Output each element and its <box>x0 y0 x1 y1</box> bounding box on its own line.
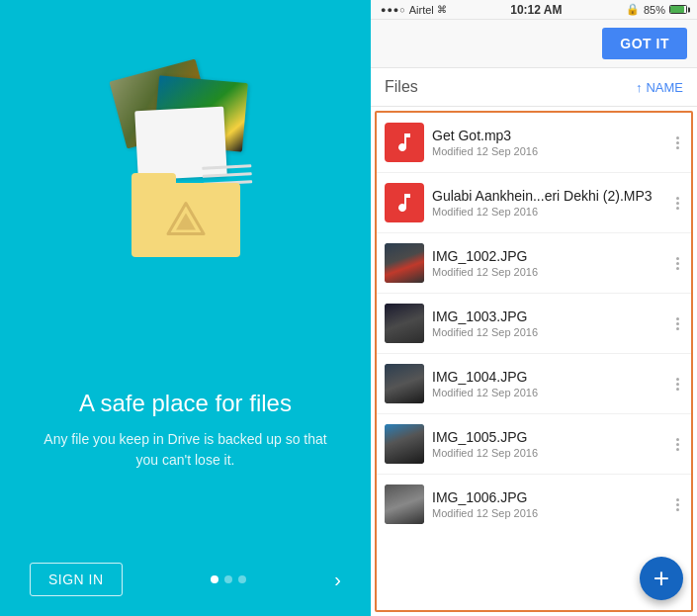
file-meta: Modified 12 Sep 2016 <box>432 507 664 519</box>
folder <box>131 183 240 257</box>
thumbnail-image <box>385 364 424 403</box>
list-item[interactable]: IMG_1003.JPG Modified 12 Sep 2016 <box>377 294 691 354</box>
signal-bars: ●●●○ <box>381 5 406 15</box>
thumbnail-image <box>385 424 424 464</box>
more-dot <box>676 207 679 210</box>
list-item[interactable]: Gulabi Aankhein...eri Dekhi (2).MP3 Modi… <box>377 173 691 233</box>
file-name: IMG_1005.JPG <box>432 429 664 445</box>
sort-button[interactable]: ↑ NAME <box>636 80 683 95</box>
file-info: Gulabi Aankhein...eri Dekhi (2).MP3 Modi… <box>424 188 672 218</box>
file-name: IMG_1006.JPG <box>432 489 664 505</box>
file-meta: Modified 12 Sep 2016 <box>432 206 664 218</box>
audio-icon <box>392 131 416 154</box>
file-thumbnail <box>385 123 424 162</box>
file-thumbnail <box>385 424 424 464</box>
more-dot <box>676 508 679 511</box>
file-thumbnail <box>385 484 424 524</box>
more-options-button[interactable] <box>672 136 683 149</box>
file-info: IMG_1005.JPG Modified 12 Sep 2016 <box>424 429 672 459</box>
list-item[interactable]: IMG_1004.JPG Modified 12 Sep 2016 <box>377 354 691 414</box>
thumbnail-image <box>385 484 424 524</box>
more-dot <box>676 448 679 451</box>
more-options-button[interactable] <box>672 317 683 330</box>
illustration <box>30 20 341 297</box>
battery-pct: 85% <box>644 4 665 16</box>
file-info: IMG_1006.JPG Modified 12 Sep 2016 <box>424 489 672 519</box>
file-info: IMG_1002.JPG Modified 12 Sep 2016 <box>424 248 672 278</box>
file-thumbnail <box>385 243 424 283</box>
more-options-button[interactable] <box>672 378 683 391</box>
dot-3 <box>238 575 246 583</box>
file-meta: Modified 12 Sep 2016 <box>432 145 664 157</box>
file-thumbnail <box>385 304 424 343</box>
more-options-button[interactable] <box>672 438 683 451</box>
sort-label: NAME <box>646 80 683 95</box>
more-dot <box>676 327 679 330</box>
right-panel: ●●●○ Airtel ⌘ 10:12 AM 🔒 85% GOT IT File… <box>371 0 697 616</box>
right-content: GOT IT Files ↑ NAME Get Got.mp3 Mod <box>371 20 697 616</box>
got-it-button[interactable]: GOT IT <box>602 28 687 59</box>
sign-in-button[interactable]: SIGN IN <box>30 563 123 596</box>
more-dot <box>676 317 679 320</box>
sort-arrow-icon: ↑ <box>636 80 643 95</box>
status-signals: ●●●○ Airtel ⌘ <box>381 4 447 16</box>
files-label: Files <box>385 78 418 96</box>
status-bar: ●●●○ Airtel ⌘ 10:12 AM 🔒 85% <box>371 0 697 20</box>
thumbnail-image <box>385 243 424 283</box>
list-item[interactable]: Get Got.mp3 Modified 12 Sep 2016 <box>377 113 691 173</box>
files-header: Files ↑ NAME <box>371 68 697 107</box>
file-thumbnail <box>385 364 424 403</box>
page-dots <box>211 575 246 583</box>
more-options-button[interactable] <box>672 257 683 270</box>
more-dot <box>676 322 679 325</box>
dot-1 <box>211 575 218 583</box>
file-name: IMG_1002.JPG <box>432 248 664 264</box>
list-item[interactable]: IMG_1005.JPG Modified 12 Sep 2016 <box>377 414 691 475</box>
dot-2 <box>224 575 232 583</box>
drive-logo <box>166 201 206 239</box>
file-name: Get Got.mp3 <box>432 128 664 143</box>
file-list: Get Got.mp3 Modified 12 Sep 2016 Gul <box>375 111 693 612</box>
file-meta: Modified 12 Sep 2016 <box>432 447 664 459</box>
file-meta: Modified 12 Sep 2016 <box>432 387 664 398</box>
more-dot <box>676 438 679 441</box>
fab-button[interactable]: + <box>640 557 683 600</box>
file-info: IMG_1003.JPG Modified 12 Sep 2016 <box>424 308 672 338</box>
status-time: 10:12 AM <box>510 3 562 17</box>
doc-line <box>202 172 251 178</box>
thumbnail-image <box>385 304 424 343</box>
more-dot <box>676 136 679 139</box>
battery-icon <box>669 5 687 14</box>
got-it-area: GOT IT <box>371 20 697 68</box>
file-info: Get Got.mp3 Modified 12 Sep 2016 <box>424 128 672 157</box>
status-right: 🔒 85% <box>626 3 687 16</box>
photo-stack <box>87 59 285 257</box>
next-arrow[interactable]: › <box>334 569 341 591</box>
list-item[interactable]: IMG_1006.JPG Modified 12 Sep 2016 <box>377 475 691 534</box>
file-name: Gulabi Aankhein...eri Dekhi (2).MP3 <box>432 188 664 204</box>
more-dot <box>676 202 679 205</box>
file-thumbnail <box>385 183 424 222</box>
more-dot <box>676 262 679 265</box>
text-area: A safe place for files Any file you keep… <box>30 390 341 471</box>
file-name: IMG_1004.JPG <box>432 369 664 385</box>
file-meta: Modified 12 Sep 2016 <box>432 266 664 278</box>
carrier-name: Airtel <box>409 4 434 16</box>
more-dot <box>676 378 679 381</box>
more-options-button[interactable] <box>672 498 683 511</box>
more-dot <box>676 267 679 270</box>
bottom-nav: SIGN IN › <box>30 563 341 596</box>
more-options-button[interactable] <box>672 197 683 210</box>
left-panel: A safe place for files Any file you keep… <box>0 0 371 616</box>
more-dot <box>676 257 679 260</box>
folder-body <box>131 183 240 257</box>
more-dot <box>676 498 679 501</box>
lock-icon: 🔒 <box>626 3 640 16</box>
more-dot <box>676 383 679 386</box>
more-dot <box>676 141 679 144</box>
list-item[interactable]: IMG_1002.JPG Modified 12 Sep 2016 <box>377 233 691 294</box>
file-name: IMG_1003.JPG <box>432 308 664 324</box>
more-dot <box>676 388 679 391</box>
tagline: A safe place for files <box>40 390 331 417</box>
file-meta: Modified 12 Sep 2016 <box>432 326 664 338</box>
